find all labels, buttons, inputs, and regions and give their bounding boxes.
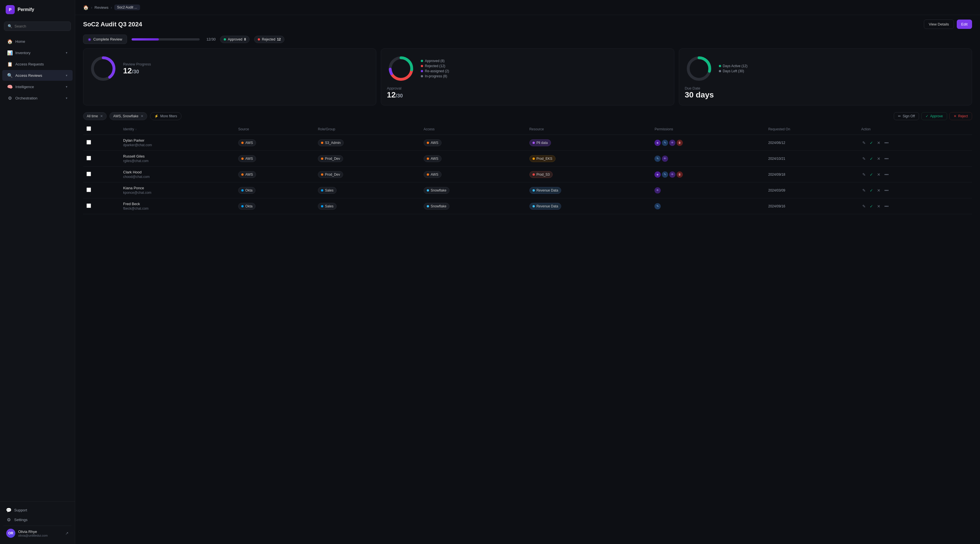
progress-section: ◉ Complete Review 12/30 Approved 8 Rejec… [75,32,980,48]
chevron-down-icon: ▾ [66,51,67,55]
sidebar-item-inventory[interactable]: 📊 Inventory ▾ [2,47,73,58]
user-action-icon[interactable]: ↗ [65,531,68,536]
edit-row-button[interactable]: ✎ [861,203,867,210]
sidebar-item-settings[interactable]: ⚙ Settings [3,515,72,525]
edit-row-button[interactable]: ✎ [861,187,867,194]
filter-chip-aws-snowflake[interactable]: AWS, Snowflake ✕ [110,112,147,120]
th-checkbox [83,124,120,135]
edit-button[interactable]: Edit [957,19,972,29]
reject-row-button[interactable]: ✕ [876,171,881,178]
permission-icon: ◈ [654,171,661,178]
sidebar-item-access-requests[interactable]: 📋 Access Requests [2,59,73,70]
complete-review-button[interactable]: ◉ Complete Review [83,35,127,44]
permission-icon: 🗑 [676,171,683,178]
permission-icon: ✎ [662,171,668,178]
approve-button[interactable]: ✓ Approve [921,112,947,120]
sidebar-logo[interactable]: P Permify [0,0,75,19]
edit-row-button[interactable]: ✎ [861,140,867,146]
filter-chip-alltime[interactable]: All time ✕ [83,112,107,120]
edit-row-button[interactable]: ✎ [861,171,867,178]
sidebar-item-orchestration[interactable]: ⚙ Orchestration ▾ [2,93,73,103]
filter-label: AWS, Snowflake [113,114,138,118]
sidebar-item-intelligence[interactable]: 🧠 Intelligence ▾ [2,81,73,92]
permissions-list: 👁 [654,187,761,193]
row-checkbox[interactable] [86,140,91,144]
role-badge: Sales [318,187,337,194]
more-filters-button[interactable]: ⚡ More filters [150,112,181,120]
approve-row-button[interactable]: ✓ [869,155,874,162]
row-actions: ✎ ✓ ✕ ••• [861,140,969,146]
row-checkbox[interactable] [86,187,91,192]
user-profile[interactable]: OR Olivia Rhye olivia@untitledui.com ↗ [3,526,72,541]
search-input[interactable] [14,24,67,29]
th-action: Action [858,124,972,135]
page-header: SoC2 Audit Q3 2024 View Details Edit [75,15,980,32]
approved-count: 8 [244,37,246,41]
user-name: Olivia Rhye [18,530,62,534]
search-container[interactable]: 🔍 [4,22,71,31]
role-dot [321,189,323,192]
approve-row-button[interactable]: ✓ [869,187,874,194]
donut-review-progress [89,54,118,83]
approve-row-button[interactable]: ✓ [869,140,874,146]
action-cell: ✎ ✓ ✕ ••• [858,198,972,214]
th-identity[interactable]: Identity ↓ [120,124,235,135]
table-row: Clark Hood chood@chat.com AWS Prod_Dev [83,167,972,182]
reject-row-button[interactable]: ✕ [876,140,881,146]
sidebar-item-access-reviews[interactable]: 🔍 Access Reviews ▾ [2,70,73,81]
source-badge: AWS [238,171,256,178]
sign-off-button[interactable]: ✏ Sign Off [894,112,919,120]
row-checkbox[interactable] [86,172,91,176]
select-all-checkbox[interactable] [86,126,91,131]
reject-button[interactable]: ✕ Reject [950,112,972,120]
access-cell: AWS [420,167,526,182]
identity-cell: Russell Giles rgiles@chat.com [120,151,235,167]
role-dot [321,142,323,144]
more-row-button[interactable]: ••• [883,140,890,146]
filter-remove-icon[interactable]: ✕ [141,114,143,118]
main-content: 🏠 › Reviews › Soc2 Audit ... SoC2 Audit … [75,0,980,544]
access-cell: Snowflake [420,182,526,198]
more-row-button[interactable]: ••• [883,187,890,194]
access-dot [427,173,429,176]
requested-on-cell: 2024/09/18 [765,167,858,182]
source-cell: AWS [235,167,315,182]
reject-row-button[interactable]: ✕ [876,203,881,210]
edit-row-button[interactable]: ✎ [861,155,867,162]
stat-value: 12/30 [387,90,668,100]
row-checkbox[interactable] [86,203,91,208]
legend-item: Re-assigned (2) [421,69,449,73]
resource-badge: Revenue Data [530,203,562,210]
source-dot [241,205,243,208]
orchestration-icon: ⚙ [7,95,13,101]
more-row-button[interactable]: ••• [883,171,890,178]
filter-remove-icon[interactable]: ✕ [100,114,103,118]
breadcrumb-home-icon[interactable]: 🏠 [83,5,89,10]
table-row: Russell Giles rgiles@chat.com AWS Prod_D… [83,151,972,167]
row-checkbox[interactable] [86,156,91,160]
complete-icon: ◉ [88,37,91,41]
reject-row-button[interactable]: ✕ [876,187,881,194]
view-details-button[interactable]: View Details [924,19,954,29]
source-badge: AWS [238,155,256,162]
role-cell: Sales [315,198,420,214]
sidebar-item-support[interactable]: 💬 Support [3,505,72,515]
reject-row-button[interactable]: ✕ [876,155,881,162]
access-dot [427,205,429,208]
approve-row-button[interactable]: ✓ [869,171,874,178]
progress-text: 12/30 [207,37,216,41]
sidebar-item-label: Orchestration [15,96,37,100]
approve-row-button[interactable]: ✓ [869,203,874,210]
breadcrumb-link-reviews[interactable]: Reviews [94,5,108,10]
resource-cell: Revenue Data [526,182,651,198]
approved-label: Approved [228,37,242,41]
permission-icon: ✎ [654,203,661,209]
nav-section: 🏠 Home 📊 Inventory ▾ 📋 Access Requests 🔍… [0,33,75,501]
action-cell: ✎ ✓ ✕ ••• [858,151,972,167]
requested-on-cell: 2024/06/12 [765,135,858,151]
sidebar-item-home[interactable]: 🏠 Home [2,36,73,47]
more-row-button[interactable]: ••• [883,203,890,210]
sidebar-item-label: Home [15,40,25,44]
more-row-button[interactable]: ••• [883,155,890,162]
access-dot [427,142,429,144]
